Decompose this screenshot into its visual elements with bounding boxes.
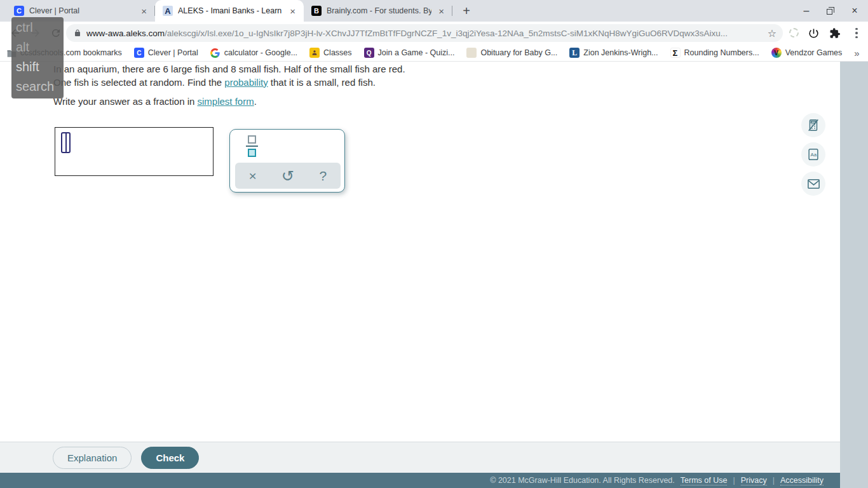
- sticky-keys-overlay: ctrl alt shift search: [11, 17, 64, 98]
- fraction-template-button[interactable]: [244, 135, 259, 157]
- new-tab-button[interactable]: +: [458, 2, 475, 20]
- action-bar: Explanation Check: [0, 442, 840, 473]
- bookmark-label: Rounding Numbers...: [684, 48, 759, 57]
- shift-key-indicator: shift: [16, 58, 61, 76]
- bookmark-label: Vendzor Games: [785, 48, 843, 57]
- problem-line-3-post: .: [254, 96, 257, 107]
- bookmark-rounding[interactable]: Σ Rounding Numbers...: [670, 48, 759, 58]
- bookmark-clever[interactable]: C Clever | Portal: [134, 48, 198, 58]
- bookmark-classes[interactable]: Classes: [309, 48, 351, 58]
- alt-key-indicator: alt: [16, 38, 61, 57]
- aleks-problem-area: In an aquarium, there are 6 large fish a…: [0, 62, 868, 488]
- brainly-favicon-icon: B: [311, 6, 322, 16]
- lock-icon[interactable]: [74, 29, 81, 37]
- tab-strip: C Clever | Portal × A ALEKS - Imani Bank…: [0, 0, 868, 22]
- bookmark-obituary[interactable]: Obituary for Baby G...: [466, 48, 557, 58]
- browser-toolbar: www-awa.aleks.com/alekscgi/x/Isl.exe/1o_…: [0, 22, 868, 44]
- tab-title: Clever | Portal: [29, 6, 134, 15]
- screen: C Clever | Portal × A ALEKS - Imani Bank…: [0, 0, 868, 488]
- tab-brainly[interactable]: B Brainly.com - For students. By st ×: [304, 0, 452, 22]
- url-domain: www-awa.aleks.com: [86, 29, 165, 38]
- tab-close-icon[interactable]: ×: [437, 6, 446, 17]
- browser-menu-kebab-icon[interactable]: [849, 25, 864, 41]
- close-window-icon[interactable]: ×: [849, 5, 860, 17]
- minimize-icon[interactable]: –: [801, 5, 812, 17]
- bookmark-star-icon[interactable]: ☆: [768, 27, 776, 39]
- bookmark-vendzor[interactable]: V Vendzor Games: [771, 48, 843, 58]
- sigma-icon: Σ: [670, 48, 681, 58]
- copyright-text: © 2021 McGraw-Hill Education. All Rights…: [490, 476, 675, 485]
- ctrl-key-indicator: ctrl: [16, 18, 61, 37]
- tabs: C Clever | Portal × A ALEKS - Imani Bank…: [6, 0, 475, 22]
- aleks-favicon-icon: A: [163, 6, 173, 16]
- url-path: /alekscgi/x/Isl.exe/1o_u-IgNsIkr7j8P3jH-…: [165, 29, 728, 38]
- envelope-icon: [806, 177, 821, 191]
- window-controls: – ×: [801, 0, 864, 22]
- google-icon: [210, 48, 220, 58]
- search-key-indicator: search: [16, 78, 61, 96]
- clear-icon[interactable]: ×: [242, 169, 264, 182]
- footer: © 2021 McGraw-Hill Education. All Rights…: [0, 473, 840, 488]
- answer-input-box[interactable]: [55, 127, 214, 176]
- bookmark-label: Clever | Portal: [148, 48, 198, 57]
- answer-slot-cursor-icon[interactable]: [61, 132, 71, 153]
- fraction-numerator-icon: [248, 135, 256, 144]
- tab-title: Brainly.com - For students. By st: [327, 6, 431, 15]
- tab-aleks-active[interactable]: A ALEKS - Imani Banks - Learn ×: [155, 0, 304, 22]
- math-input-palette: × ↺ ?: [229, 129, 345, 193]
- terms-of-use-link[interactable]: Terms of Use: [681, 476, 728, 485]
- tab-title: ALEKS - Imani Banks - Learn: [178, 6, 283, 15]
- no-calculator-button[interactable]: [801, 113, 825, 137]
- accessibility-link[interactable]: Accessibility: [780, 476, 824, 485]
- classes-icon: [309, 48, 320, 58]
- page-icon: [466, 48, 477, 58]
- dictionary-icon: Aa: [806, 147, 820, 161]
- bookmark-quizizz[interactable]: Q Join a Game - Quizi...: [364, 48, 455, 58]
- help-icon[interactable]: ?: [312, 169, 334, 182]
- svg-text:Aa: Aa: [811, 152, 817, 158]
- fraction-bar-icon: [246, 146, 258, 147]
- probability-link[interactable]: probability: [224, 77, 268, 88]
- restore-icon[interactable]: [825, 5, 836, 17]
- quizizz-icon: Q: [364, 48, 374, 58]
- clever-favicon-icon: C: [14, 6, 24, 16]
- message-button[interactable]: [801, 172, 825, 196]
- bookmark-google-calculator[interactable]: calculator - Google...: [210, 48, 297, 58]
- extensions-puzzle-icon[interactable]: [827, 25, 842, 41]
- resource-buttons: Aa: [801, 113, 825, 196]
- no-calculator-icon: [806, 118, 820, 132]
- tab-close-icon[interactable]: ×: [139, 6, 149, 17]
- problem-line-1: In an aquarium, there are 6 large fish a…: [53, 63, 536, 76]
- problem-line-3-pre: Write your answer as a fraction in: [53, 96, 197, 107]
- bookmarks-overflow-icon[interactable]: »: [854, 48, 859, 58]
- bookmark-label: Join a Game - Quizi...: [378, 48, 455, 57]
- problem-line-2-pre: One fish is selected at random. Find the: [53, 77, 224, 88]
- bookmark-legacy[interactable]: L Zion Jenkins-Wrigh...: [569, 48, 658, 58]
- bookmarks-bar: ccsdschools.com bookmarks C Clever | Por…: [0, 44, 868, 62]
- privacy-link[interactable]: Privacy: [741, 476, 767, 485]
- footer-separator: |: [773, 476, 775, 485]
- problem-line-3: Write your answer as a fraction in simpl…: [53, 95, 536, 109]
- problem-line-2-post: that it is a small, red fish.: [268, 77, 376, 88]
- clever-icon: C: [134, 48, 144, 58]
- right-side-panel: [840, 62, 868, 488]
- bookmark-label: calculator - Google...: [224, 48, 297, 57]
- address-bar[interactable]: www-awa.aleks.com/alekscgi/x/Isl.exe/1o_…: [66, 24, 783, 42]
- check-button[interactable]: Check: [141, 447, 199, 469]
- dictionary-button[interactable]: Aa: [801, 142, 825, 166]
- problem-line-2: One fish is selected at random. Find the…: [53, 76, 536, 90]
- tab-close-icon[interactable]: ×: [288, 6, 297, 17]
- footer-separator: |: [733, 476, 735, 485]
- simplest-form-link[interactable]: simplest form: [197, 96, 254, 107]
- disabled-extension-icon: [789, 28, 799, 37]
- vendzor-icon: V: [771, 48, 782, 58]
- legacy-icon: L: [569, 48, 580, 58]
- explanation-button[interactable]: Explanation: [53, 447, 132, 469]
- url-text: www-awa.aleks.com/alekscgi/x/Isl.exe/1o_…: [86, 29, 763, 38]
- problem-text: In an aquarium, there are 6 large fish a…: [53, 63, 536, 109]
- power-icon[interactable]: [806, 25, 821, 41]
- undo-icon[interactable]: ↺: [277, 168, 299, 184]
- bookmark-label: Zion Jenkins-Wrigh...: [583, 48, 658, 57]
- bookmark-label: Obituary for Baby G...: [480, 48, 557, 57]
- bookmark-label: Classes: [323, 48, 351, 57]
